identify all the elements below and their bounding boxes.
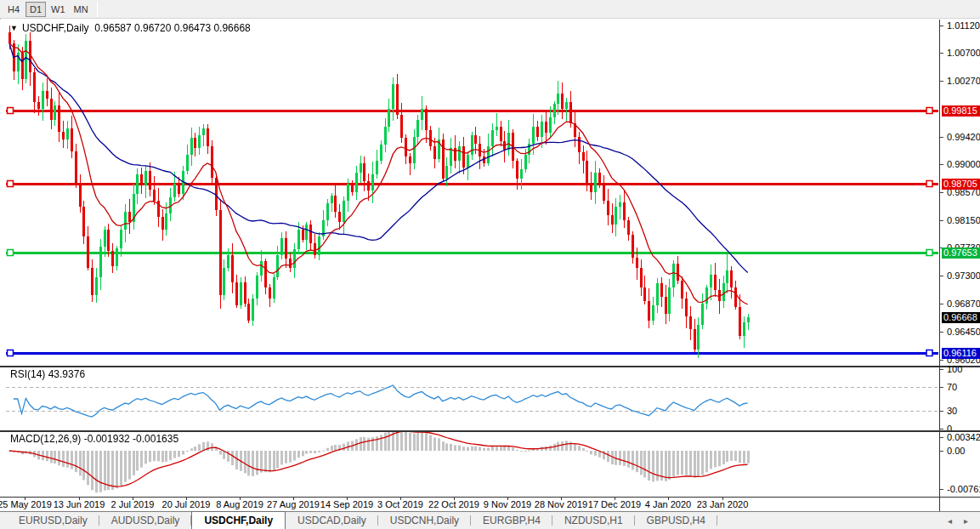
price-tick-mark (940, 360, 943, 361)
timeframe-button-d1[interactable]: D1 (25, 2, 46, 17)
price-tick-mark (940, 332, 943, 333)
chart-area: ▼USDCHF,Daily 0.96587 0.96720 0.96473 0.… (0, 19, 980, 511)
price-tick-label: 1.01120 (947, 20, 980, 31)
price-tick-mark (940, 53, 943, 54)
price-scale[interactable]: 1.011201.007001.002700.994200.990000.985… (939, 20, 980, 366)
rsi-tick-mark (940, 429, 943, 429)
rsi-tick-mark (940, 387, 943, 388)
rsi-canvas[interactable] (6, 367, 938, 430)
price-tick-label: 0.99000 (947, 159, 980, 169)
price-badge: 0.96668 (942, 312, 980, 323)
macd-tick-label: 0.00 (947, 446, 965, 456)
timeframe-button-h4[interactable]: H4 (3, 2, 24, 17)
rsi-label: RSI(14) 43.9376 (10, 368, 85, 380)
chart-title: ▼USDCHF,Daily 0.96587 0.96720 0.96473 0.… (10, 22, 251, 34)
date-tick-label: 23 Jan 2020 (697, 499, 749, 509)
date-tick-label: 20 Jul 2019 (162, 499, 211, 509)
price-badge: 0.97653 (942, 247, 980, 259)
date-tick-label: 14 Sep 2019 (320, 499, 373, 509)
mt4-window: H4 D1 W1 MN ▼USDCHF,Daily 0.96587 0.9672… (0, 0, 980, 529)
date-tick-label: 22 Oct 2019 (428, 499, 479, 509)
price-tick-label: 0.98150 (947, 215, 980, 225)
tab-scroll-right-button[interactable]: ▸ (964, 516, 968, 526)
date-tick-label: 9 Nov 2019 (484, 499, 531, 509)
price-badge: 0.96116 (942, 348, 980, 359)
macd-tick-label: -0.007615 (947, 484, 980, 494)
date-tick-label: 28 Nov 2019 (535, 499, 587, 509)
timeframe-button-w1[interactable]: W1 (48, 2, 69, 17)
price-tick-mark (940, 276, 943, 276)
main-chart-canvas[interactable] (6, 20, 938, 365)
price-tick-label: 0.96450 (947, 327, 980, 337)
timeframe-toolbar: H4 D1 W1 MN (0, 0, 980, 19)
price-badge: 0.98705 (942, 179, 980, 190)
chart-tab-usdchf-daily[interactable]: USDCHF,Daily (191, 511, 286, 529)
macd-pane: MACD(12,26,9) -0.001932 -0.001635 0.0034… (0, 432, 980, 497)
macd-tick-mark (940, 437, 943, 438)
rsi-tick-mark (940, 411, 943, 412)
toolbar-separator (97, 2, 98, 17)
symbol-dropdown-icon[interactable]: ▼ (10, 24, 18, 32)
price-tick-label: 0.99420 (947, 132, 980, 142)
date-tick-label: 3 Oct 2019 (377, 499, 423, 509)
macd-tick-mark (940, 489, 943, 490)
timeframe-button-mn[interactable]: MN (71, 2, 92, 17)
rsi-tick-mark (940, 369, 943, 370)
rsi-pane: RSI(14) 43.9376 10070300 (0, 367, 980, 430)
chart-tab-usdcad-daily[interactable]: USDCAD,Daily (286, 512, 378, 529)
price-tick-label: 1.00270 (947, 76, 980, 86)
chart-symbol-label: USDCHF,Daily (22, 22, 89, 34)
date-tick-label: 13 Jun 2019 (54, 499, 105, 509)
macd-label: MACD(12,26,9) -0.001932 -0.001635 (10, 433, 178, 445)
date-tick-label: 27 Aug 2019 (267, 499, 320, 509)
rsi-scale[interactable]: 10070300 (939, 367, 980, 430)
chart-tab-audusd-daily[interactable]: AUDUSD,Daily (99, 512, 192, 529)
chart-tab-bar: EURUSD,DailyAUDUSD,DailyUSDCHF,DailyUSDC… (0, 511, 980, 529)
rsi-tick-label: 30 (947, 406, 957, 416)
date-tick-label: 4 Jan 2020 (645, 499, 691, 509)
main-price-pane: ▼USDCHF,Daily 0.96587 0.96720 0.96473 0.… (0, 20, 980, 366)
chart-tab-eurusd-daily[interactable]: EURUSD,Daily (7, 512, 99, 529)
chart-ohlc-values: 0.96587 0.96720 0.96473 0.96668 (94, 22, 251, 34)
price-tick-mark (940, 137, 943, 138)
date-tick-label: 25 May 2019 (0, 499, 52, 509)
price-tick-mark (940, 220, 943, 221)
price-tick-mark (940, 192, 943, 193)
date-tick-label: 8 Aug 2019 (216, 499, 263, 509)
macd-scale[interactable]: 0.0034280.00-0.007615 (939, 432, 980, 497)
price-tick-mark (940, 26, 943, 26)
price-tick-label: 1.00700 (947, 48, 980, 58)
price-tick-label: 0.96870 (947, 299, 980, 309)
chart-tab-eurgbp-h4[interactable]: EURGBP,H4 (471, 512, 552, 529)
chart-tab-gbpusd-h4[interactable]: GBPUSD,H4 (635, 512, 717, 529)
tab-scroll-left-button[interactable]: ◂ (948, 516, 952, 526)
price-badge: 0.99815 (942, 105, 980, 117)
chart-tab-usdcnh-daily[interactable]: USDCNH,Daily (378, 512, 471, 529)
price-tick-mark (940, 81, 943, 82)
macd-tick-mark (940, 451, 943, 452)
price-tick-mark (940, 164, 943, 165)
price-tick-label: 0.97300 (947, 270, 980, 281)
rsi-tick-label: 100 (947, 364, 962, 374)
date-tick-label: 17 Dec 2019 (588, 499, 641, 509)
chart-tab-nzdusd-h1[interactable]: NZDUSD,H1 (552, 512, 635, 529)
date-tick-label: 2 Jul 2019 (111, 499, 155, 509)
date-axis-corner (939, 498, 980, 511)
rsi-tick-label: 70 (947, 382, 957, 392)
price-tick-mark (940, 304, 943, 304)
date-axis[interactable]: 25 May 201913 Jun 20192 Jul 201920 Jul 2… (0, 498, 980, 511)
macd-tick-label: 0.003428 (947, 432, 980, 442)
